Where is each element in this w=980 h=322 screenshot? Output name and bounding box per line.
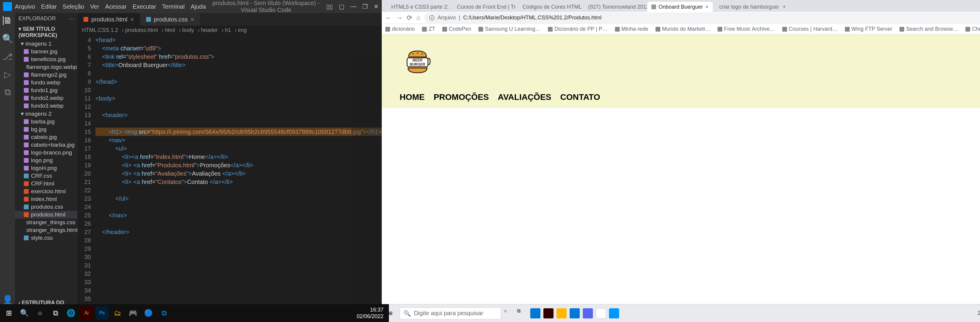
file-explorer-icon[interactable]: 🗂: [111, 306, 124, 320]
file-exercicio.html[interactable]: exercicio.html: [15, 187, 78, 195]
menu-executar[interactable]: Executar: [133, 3, 156, 10]
discord-icon[interactable]: [583, 308, 593, 319]
file-stranger_things.html[interactable]: stranger_things.html: [15, 226, 78, 234]
taskbar-search[interactable]: 🔍 Digite aqui para pesquisar: [399, 308, 501, 319]
cortana-icon[interactable]: ○: [504, 308, 514, 319]
file-index.html[interactable]: index.html: [15, 195, 78, 203]
minimap[interactable]: [352, 56, 382, 304]
maximize-button[interactable]: ❐: [362, 3, 368, 10]
bookmark-item[interactable]: Minha rede: [615, 26, 648, 32]
file-CRF.html[interactable]: CRF.html: [15, 180, 78, 187]
illustrator-icon[interactable]: Ai: [80, 306, 93, 320]
menu-ajuda[interactable]: Ajuda: [191, 3, 206, 10]
file-logo-branco.png[interactable]: logo-branco.png: [15, 149, 78, 157]
weather-widget[interactable]: 29°C Panc. de chuva: [978, 310, 980, 316]
bookmark-item[interactable]: Search and Browse…: [899, 26, 958, 32]
close-icon[interactable]: ×: [705, 4, 709, 10]
bookmark-item[interactable]: Free Music Archive…: [718, 26, 775, 32]
bookmark-item[interactable]: CodePen: [442, 26, 471, 32]
browser-tab[interactable]: (927) Tomorrowland 2012 | …×: [582, 2, 647, 12]
nav-link-avaliações[interactable]: AVALIAÇÕES: [498, 92, 551, 102]
browser-tab[interactable]: Cursos de Front End | Trello×: [450, 2, 516, 12]
browser-tab[interactable]: Códigos de Cores HTML×: [516, 2, 582, 12]
bookmark-item[interactable]: Wing FTP Server: [845, 26, 892, 32]
menu-seleção[interactable]: Seleção: [63, 3, 84, 10]
explorer-icon[interactable]: 🗎: [3, 16, 12, 25]
file-produtos.css[interactable]: produtos.css: [15, 203, 78, 211]
file-logo.png[interactable]: logo.png: [15, 157, 78, 164]
bookmark-item[interactable]: ZT: [422, 26, 435, 32]
breadcrumb-item[interactable]: h1: [220, 27, 231, 33]
tab-produtos.html[interactable]: produtos.html ×: [78, 13, 140, 25]
taskview-icon[interactable]: ⧉: [517, 308, 527, 319]
browser-tab[interactable]: criar logo de hambúrgueres - P…×: [713, 2, 778, 12]
tab-produtos.css[interactable]: produtos.css ×: [140, 13, 200, 25]
file-fundo2.webp[interactable]: fundo2.webp: [15, 94, 78, 102]
nav-link-contato[interactable]: CONTATO: [560, 92, 600, 102]
menu-acessar[interactable]: Acessar: [105, 3, 126, 10]
taskbar-clock[interactable]: 16:37 02/06/2022: [357, 306, 387, 320]
more-icon[interactable]: ⋯: [68, 16, 74, 22]
breadcrumb-item[interactable]: HTML.CSS 1.2: [82, 27, 118, 33]
file-cabelo.jpg[interactable]: cabelo.jpg: [15, 133, 78, 141]
minimize-button[interactable]: —: [350, 3, 356, 10]
breadcrumb-item[interactable]: produtos.html: [121, 27, 158, 33]
reload-button[interactable]: ⟳: [407, 14, 412, 22]
file-bg.jpg[interactable]: bg.jpg: [15, 125, 78, 133]
bookmark-item[interactable]: dicionário: [385, 26, 415, 32]
file-style.css[interactable]: style.css: [15, 234, 78, 242]
source-control-icon[interactable]: ⎇: [3, 52, 12, 61]
back-button[interactable]: ←: [385, 14, 392, 22]
breadcrumb[interactable]: HTML.CSS 1.2produtos.htmlhtmlbodyheaderh…: [78, 25, 382, 35]
bookmark-item[interactable]: Mundo do Marketi…: [655, 26, 710, 32]
file-logoH.png[interactable]: logoH.png: [15, 164, 78, 172]
url-input[interactable]: ⓘ Arquivo | C:/Users/Marie/Desktop/HTML.…: [425, 13, 980, 23]
layout-icon[interactable]: ▯▯: [326, 3, 333, 10]
taskview-icon[interactable]: ⧉: [49, 306, 62, 320]
workspace-section[interactable]: ▾ SEM TÍTULO (WORKSPACE): [15, 24, 78, 40]
file-stranger_things.css[interactable]: stranger_things.css: [15, 219, 78, 226]
new-tab-button[interactable]: +: [778, 2, 790, 12]
file-produtos.html[interactable]: produtos.html: [15, 211, 78, 219]
browser-tab[interactable]: Onboard Buerguer×: [647, 2, 713, 12]
file-fundo.webp[interactable]: fundo.webp: [15, 79, 78, 86]
breadcrumb-item[interactable]: img: [233, 27, 247, 33]
close-button[interactable]: ✕: [374, 3, 379, 10]
file-barba.jpg[interactable]: barba.jpg: [15, 118, 78, 125]
bookmark-item[interactable]: Cheap Domain Na…: [966, 26, 980, 32]
file-explorer-icon[interactable]: [557, 308, 566, 319]
file-flamengo2.jpg[interactable]: flamengo2.jpg: [15, 71, 78, 79]
code-content[interactable]: <head> <meta charset="utf8"> <link rel="…: [95, 35, 382, 313]
nav-link-promoções[interactable]: PROMOÇÕES: [434, 92, 489, 102]
chrome-icon[interactable]: 🔵: [142, 306, 155, 320]
cortana-icon[interactable]: ○: [33, 306, 46, 320]
file-flamengo.logo.webp[interactable]: flamengo.logo.webp: [15, 63, 78, 71]
breadcrumb-item[interactable]: header: [196, 27, 218, 33]
store-icon[interactable]: [570, 308, 580, 319]
account-icon[interactable]: 👤: [3, 295, 12, 304]
search-icon[interactable]: 🔍: [18, 306, 31, 320]
forward-button[interactable]: →: [396, 14, 402, 22]
home-button[interactable]: ⌂: [416, 14, 420, 22]
extensions-icon[interactable]: ⧉: [3, 88, 12, 97]
menu-ver[interactable]: Ver: [90, 3, 99, 10]
menu-editar[interactable]: Editar: [41, 3, 57, 10]
chrome-taskbar-icon[interactable]: [596, 308, 606, 319]
bookmark-item[interactable]: Dicionário de PP | P…: [548, 26, 608, 32]
file-banner.jpg[interactable]: banner.jpg: [15, 48, 78, 56]
bookmark-item[interactable]: Courses | Harvard…: [782, 26, 838, 32]
file-CRF.css[interactable]: CRF.css: [15, 172, 78, 180]
bookmark-item[interactable]: Samsung U Learning…: [478, 26, 541, 32]
close-icon[interactable]: ×: [130, 16, 134, 23]
file-imagens 2[interactable]: ▾ imagens 2: [15, 110, 78, 118]
search-icon[interactable]: 🔍: [3, 34, 12, 43]
file-cabelo+barba.jpg[interactable]: cabelo+barba.jpg: [15, 141, 78, 149]
file-beneficios.jpg[interactable]: beneficios.jpg: [15, 56, 78, 63]
start-button[interactable]: ⊞: [2, 306, 16, 320]
vscode-taskbar-icon[interactable]: [609, 308, 619, 319]
code-area[interactable]: 4567891011121314151617181920212223242526…: [78, 35, 382, 313]
file-fundo1.jpg[interactable]: fundo1.jpg: [15, 86, 78, 94]
menu-terminal[interactable]: Terminal: [162, 3, 185, 10]
photoshop-icon[interactable]: Ps: [95, 306, 108, 320]
edge-icon[interactable]: 🌐: [64, 306, 78, 320]
